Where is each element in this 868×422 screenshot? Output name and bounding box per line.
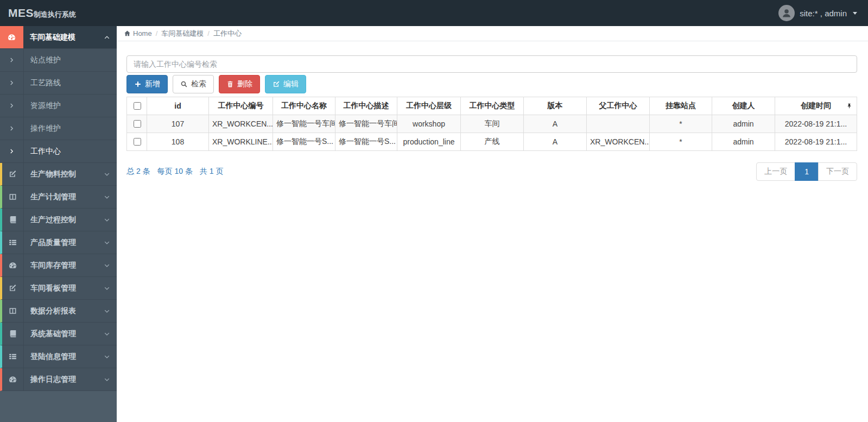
sidebar-item-production-process-control[interactable]: 生产过程控制 bbox=[0, 209, 117, 231]
cell-create-time: 2022-08-19 21:1... bbox=[775, 115, 857, 133]
sidebar-item-operation-maintenance[interactable]: 操作维护 bbox=[0, 117, 117, 140]
chevron-right-icon bbox=[0, 117, 23, 140]
body-row: 车间基础建模 站点维护 工艺路线 资源维护 操作维护 bbox=[0, 26, 868, 422]
home-icon bbox=[124, 30, 131, 37]
edit-button[interactable]: 编辑 bbox=[265, 75, 306, 93]
breadcrumb-home[interactable]: Home bbox=[124, 29, 152, 37]
mes-app: MES 制造执行系统 site:* , admin 车间基础建模 站点维护 bbox=[0, 0, 868, 422]
page-1-button[interactable]: 1 bbox=[795, 162, 819, 181]
total-count-label[interactable]: 总 2 条 bbox=[126, 167, 150, 177]
page-size-label[interactable]: 每页 10 条 bbox=[157, 167, 193, 177]
search-icon bbox=[180, 80, 188, 88]
sidebar-item-operation-log-management[interactable]: 操作日志管理 bbox=[0, 368, 117, 391]
chevron-down-icon bbox=[104, 240, 110, 246]
toolbar: 新增 检索 删除 编辑 bbox=[126, 75, 857, 93]
cell-id: 107 bbox=[147, 115, 209, 133]
delete-button[interactable]: 删除 bbox=[219, 75, 260, 93]
cell-code: XR_WORKLINE... bbox=[209, 133, 273, 151]
row-checkbox[interactable] bbox=[134, 120, 141, 128]
sidebar-item-label: 生产计划管理 bbox=[30, 192, 104, 202]
table-header-row: id 工作中心编号 工作中心名称 工作中心描述 工作中心层级 工作中心类型 版本… bbox=[127, 97, 857, 115]
gauge-icon bbox=[2, 368, 23, 390]
column-header-parent: 父工作中心 bbox=[587, 97, 650, 115]
edit-icon bbox=[2, 277, 23, 299]
column-header-station: 挂靠站点 bbox=[650, 97, 712, 115]
breadcrumb: Home / 车间基础建模 / 工作中心 bbox=[117, 26, 868, 41]
table-row[interactable]: 108 XR_WORKLINE... 修一智能一号S... 修一智能一号S...… bbox=[127, 133, 857, 151]
page-total-label[interactable]: 共 1 页 bbox=[200, 167, 224, 177]
sidebar-item-login-info-management[interactable]: 登陆信息管理 bbox=[0, 345, 117, 368]
cell-creator: admin bbox=[712, 115, 775, 133]
book-icon bbox=[2, 323, 23, 345]
plus-icon bbox=[134, 80, 142, 88]
columns-icon bbox=[2, 186, 23, 208]
sidebar-item-label: 工艺路线 bbox=[30, 78, 110, 88]
sidebar-item-label: 操作维护 bbox=[30, 124, 110, 134]
cell-create-time: 2022-08-19 21:1... bbox=[775, 133, 857, 151]
user-menu[interactable]: site:* , admin bbox=[778, 5, 857, 21]
column-header-creator: 创建人 bbox=[712, 97, 775, 115]
column-header-description: 工作中心描述 bbox=[335, 97, 397, 115]
sidebar-item-label: 资源维护 bbox=[30, 101, 110, 111]
sidebar-item-production-plan-management[interactable]: 生产计划管理 bbox=[0, 186, 117, 209]
sidebar-item-process-route[interactable]: 工艺路线 bbox=[0, 72, 117, 95]
search-input[interactable] bbox=[126, 55, 857, 73]
chevron-down-icon bbox=[104, 331, 110, 337]
sidebar-item-label: 产品质量管理 bbox=[30, 238, 104, 248]
cell-level: workshop bbox=[397, 115, 461, 133]
cell-description: 修一智能一号S... bbox=[335, 133, 397, 151]
sidebar-item-system-basic-management[interactable]: 系统基础管理 bbox=[0, 323, 117, 345]
sidebar-item-resource-maintenance[interactable]: 资源维护 bbox=[0, 95, 117, 117]
pin-icon[interactable] bbox=[846, 103, 852, 109]
gauge-icon bbox=[2, 254, 23, 276]
chevron-down-icon bbox=[104, 354, 110, 360]
breadcrumb-workshop-modeling[interactable]: 车间基础建模 bbox=[161, 29, 204, 39]
cell-type: 产线 bbox=[461, 133, 524, 151]
cell-creator: admin bbox=[712, 133, 775, 151]
sidebar-item-label: 登陆信息管理 bbox=[30, 352, 104, 362]
sidebar-group-label: 车间基础建模 bbox=[30, 33, 104, 42]
sidebar-item-product-quality-management[interactable]: 产品质量管理 bbox=[0, 231, 117, 254]
book-icon bbox=[2, 209, 23, 231]
sidebar-item-site-maintenance[interactable]: 站点维护 bbox=[0, 49, 117, 72]
user-label: site:* , admin bbox=[800, 9, 847, 18]
chevron-down-icon bbox=[104, 262, 110, 269]
cell-name: 修一智能一号车间 bbox=[273, 115, 335, 133]
table-row[interactable]: 107 XR_WORKCEN... 修一智能一号车间 修一智能一号车间 work… bbox=[127, 115, 857, 133]
app-logo[interactable]: MES 制造执行系统 bbox=[8, 7, 76, 20]
select-all-checkbox[interactable] bbox=[134, 102, 141, 110]
add-button[interactable]: 新增 bbox=[126, 75, 168, 93]
sidebar-item-workshop-inventory-management[interactable]: 车间库存管理 bbox=[0, 254, 117, 277]
sidebar-item-label: 系统基础管理 bbox=[30, 329, 104, 339]
sidebar-item-data-analysis-reports[interactable]: 数据分析报表 bbox=[0, 300, 117, 323]
top-navbar: MES 制造执行系统 site:* , admin bbox=[0, 0, 868, 26]
chevron-right-icon bbox=[0, 49, 23, 71]
chevron-down-icon bbox=[104, 308, 110, 314]
breadcrumb-separator: / bbox=[156, 29, 158, 37]
search-button[interactable]: 检索 bbox=[173, 75, 214, 93]
cell-parent: XR_WORKCEN... bbox=[587, 133, 650, 151]
chevron-down-icon bbox=[104, 217, 110, 223]
sidebar-item-work-center[interactable]: 工作中心 bbox=[0, 140, 117, 163]
chevron-down-icon bbox=[104, 285, 110, 292]
pager-row: 总 2 条 每页 10 条 共 1 页 上一页 1 下一页 bbox=[126, 162, 857, 181]
row-checkbox[interactable] bbox=[134, 138, 141, 146]
column-header-code: 工作中心编号 bbox=[209, 97, 273, 115]
sidebar-item-production-material-control[interactable]: 生产物料控制 bbox=[0, 163, 117, 186]
cell-type: 车间 bbox=[461, 115, 524, 133]
cell-code: XR_WORKCEN... bbox=[209, 115, 273, 133]
select-all-cell bbox=[127, 97, 147, 115]
column-header-level: 工作中心层级 bbox=[397, 97, 461, 115]
content: 新增 检索 删除 编辑 bbox=[117, 41, 868, 181]
sidebar-item-label: 站点维护 bbox=[30, 55, 110, 65]
edit-square-icon bbox=[273, 80, 280, 88]
sidebar-group-workshop-modeling[interactable]: 车间基础建模 bbox=[0, 26, 117, 49]
columns-icon bbox=[2, 300, 23, 322]
prev-page-button[interactable]: 上一页 bbox=[756, 162, 795, 181]
sidebar-item-label: 生产物料控制 bbox=[30, 169, 104, 179]
work-center-table: id 工作中心编号 工作中心名称 工作中心描述 工作中心层级 工作中心类型 版本… bbox=[126, 97, 857, 151]
sidebar-item-label: 车间库存管理 bbox=[30, 261, 104, 270]
next-page-button[interactable]: 下一页 bbox=[818, 162, 857, 181]
sidebar-item-workshop-kanban-management[interactable]: 车间看板管理 bbox=[0, 277, 117, 300]
sidebar-item-label: 车间看板管理 bbox=[30, 284, 104, 293]
